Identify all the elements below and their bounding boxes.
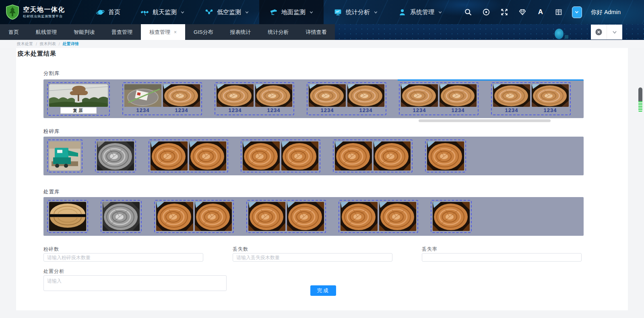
wood-section[interactable] [493, 84, 530, 107]
wood-item [341, 202, 378, 231]
wood-pair-card[interactable] [333, 139, 413, 173]
crush-count-input[interactable] [43, 253, 203, 262]
locate-button[interactable] [482, 8, 491, 17]
fullscreen-button[interactable] [500, 8, 509, 17]
wood-pair-card[interactable]: 1234 1234 [215, 82, 294, 115]
wood-section[interactable] [347, 84, 384, 107]
gem-button[interactable] [518, 8, 527, 17]
wood-section-orange[interactable] [427, 141, 464, 170]
wood-section-orange[interactable] [433, 202, 470, 231]
stacked-sections[interactable] [49, 202, 86, 231]
wood-section-orange[interactable] [248, 202, 285, 231]
wood-item [189, 141, 226, 170]
wood-pair-card[interactable]: 1234 1234 [307, 82, 386, 115]
tree-photo[interactable] [49, 84, 108, 107]
nav-item-low-altitude-monitoring[interactable]: 低空监测 [195, 0, 259, 24]
wood-section-orange[interactable] [341, 202, 378, 231]
search-button[interactable] [464, 8, 473, 17]
wood-section-orange[interactable] [379, 202, 416, 231]
loss-rate-input[interactable] [422, 253, 582, 262]
tab-label: 报表统计 [230, 29, 251, 36]
finish-button[interactable]: 完成 [310, 285, 336, 296]
wood-section-orange[interactable] [281, 141, 318, 170]
tree-card[interactable]: 复原 [47, 82, 110, 116]
wood-pair-card[interactable] [149, 139, 228, 173]
wood-section[interactable] [532, 84, 569, 107]
language-button[interactable] [554, 8, 563, 17]
wood-section[interactable] [255, 84, 292, 107]
user-dropdown-button[interactable] [572, 6, 582, 18]
wood-card[interactable] [47, 200, 88, 233]
breadcrumb-item[interactable]: 疫木处置 [17, 41, 33, 47]
wood-section[interactable] [401, 84, 438, 107]
tab-intelligent-interpretation[interactable]: 智能判读 [65, 24, 103, 40]
page-title: 疫木处置结果 [18, 50, 56, 58]
wood-section-orange[interactable] [156, 202, 193, 231]
wood-pair-card[interactable]: 1234 1234 [491, 82, 571, 115]
tab-home[interactable]: 首页 [0, 24, 27, 40]
gray-section[interactable] [103, 202, 140, 231]
logo-shield-icon [6, 4, 19, 20]
wood-card[interactable] [431, 200, 472, 233]
tab-verification-management[interactable]: 核查管理× [141, 24, 185, 40]
wood-section-orange[interactable] [335, 141, 372, 170]
wood-section[interactable] [309, 84, 346, 107]
tab-list-dropdown-button[interactable] [607, 25, 623, 39]
breadcrumb-item[interactable]: 疫木列表 [40, 41, 56, 47]
wood-item [374, 141, 411, 170]
vertical-scrollbar[interactable] [638, 87, 642, 112]
tab-close-icon[interactable]: × [174, 30, 177, 35]
wood-item [195, 202, 232, 231]
wood-pair-card[interactable] [246, 200, 326, 233]
wood-section[interactable] [163, 84, 200, 107]
nav-item-ground-monitoring[interactable]: 地面监测 [259, 0, 324, 24]
nav-item-home[interactable]: 首页 [86, 0, 130, 24]
scrollbar-progress [638, 101, 642, 112]
wood-pair-card[interactable] [241, 139, 320, 173]
wood-card[interactable] [95, 139, 136, 173]
tab-survey-management[interactable]: 普查管理 [103, 24, 141, 40]
tab-detail-view[interactable]: 详情查看 [297, 24, 335, 40]
glow-square-decoration [565, 35, 568, 39]
wood-section-orange[interactable] [287, 202, 324, 231]
wood-section[interactable] [440, 84, 477, 107]
wood-section-orange[interactable] [151, 141, 188, 170]
horizontal-scrollbar[interactable] [419, 119, 551, 122]
wood-card[interactable] [425, 139, 466, 173]
wrapped-log[interactable] [124, 84, 161, 107]
wood-card[interactable] [47, 139, 83, 173]
font-size-button[interactable]: A [536, 8, 545, 17]
wood-item [103, 202, 140, 231]
wood-id-label: 1234 [175, 107, 188, 113]
nav-item-system-management[interactable]: 系统管理 [388, 0, 452, 24]
close-all-tabs-button[interactable] [591, 25, 607, 39]
nav-item-space-monitoring[interactable]: 航天监测 [130, 0, 195, 24]
wood-card[interactable] [101, 200, 142, 233]
nav-item-statistical-analysis[interactable]: 统计分析 [324, 0, 388, 24]
gray-section[interactable] [97, 141, 134, 170]
wood-pair-card[interactable] [339, 200, 418, 233]
crushing-library [43, 137, 584, 175]
tab-label: 统计分析 [268, 29, 289, 36]
crusher-machine[interactable] [49, 141, 80, 170]
wood-section-orange[interactable] [195, 202, 232, 231]
disposal-analysis-textarea[interactable] [43, 275, 227, 291]
wood-pair-card[interactable] [154, 200, 234, 233]
wood-pair-card[interactable]: 1234 1234 [122, 82, 202, 115]
tab-statistical-analysis[interactable]: 统计分析 [259, 24, 297, 40]
restore-button[interactable]: 复原 [60, 107, 97, 114]
nav-item-label: 航天监测 [153, 8, 177, 16]
loss-count-input[interactable] [233, 253, 392, 262]
wood-pair-card[interactable]: 1234 1234 [399, 82, 479, 115]
tab-report-statistics[interactable]: 报表统计 [221, 24, 259, 40]
wood-section[interactable] [217, 84, 254, 107]
wood-item: 1234 [309, 84, 346, 113]
wood-section-orange[interactable] [374, 141, 411, 170]
wood-section-orange[interactable] [189, 141, 226, 170]
tab-route-management[interactable]: 航线管理 [27, 24, 65, 40]
top-navbar: 空天地一体化 松材线虫病监测预警平台 首页航天监测低空监测地面监测统计分析系统管… [0, 0, 644, 24]
wood-section-orange[interactable] [243, 141, 280, 170]
tab-gis-distribution[interactable]: GIS分布 [185, 24, 221, 40]
wood-id-label: 1234 [413, 107, 426, 113]
page: 空天地一体化 松材线虫病监测预警平台 首页航天监测低空监测地面监测统计分析系统管… [0, 0, 644, 318]
